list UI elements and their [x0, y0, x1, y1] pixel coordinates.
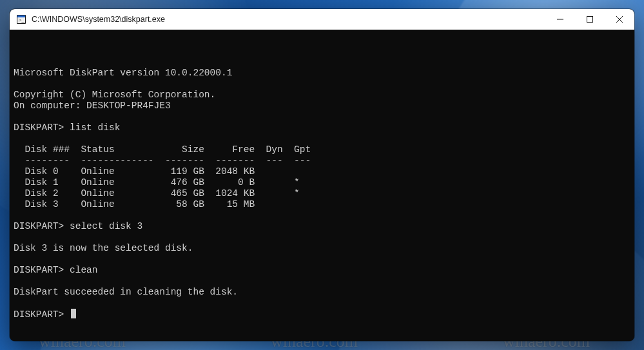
minimize-button[interactable]: [545, 9, 575, 30]
svg-rect-5: [587, 17, 593, 23]
terminal-cursor: [71, 309, 76, 318]
close-button[interactable]: [605, 9, 634, 30]
app-icon: >_: [16, 14, 26, 24]
terminal-area[interactable]: Microsoft DiskPart version 10.0.22000.1 …: [10, 30, 634, 341]
maximize-button[interactable]: [575, 9, 605, 30]
window-title: C:\WINDOWS\system32\diskpart.exe: [32, 15, 545, 24]
terminal-output: Microsoft DiskPart version 10.0.22000.1 …: [14, 57, 630, 320]
title-bar[interactable]: >_ C:\WINDOWS\system32\diskpart.exe: [10, 9, 634, 30]
diskpart-window: >_ C:\WINDOWS\system32\diskpart.exe Micr…: [10, 9, 634, 341]
svg-text:>_: >_: [19, 17, 25, 23]
window-controls: [545, 9, 634, 30]
